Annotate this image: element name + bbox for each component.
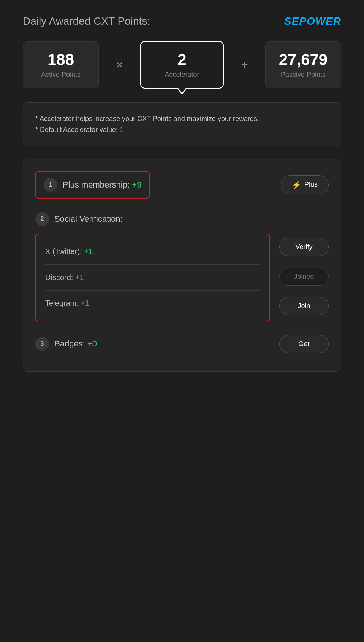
section-badges: 3 Badges: +0 Get bbox=[35, 335, 329, 353]
section1-header: 1 Plus membership: +9 ⚡ Plus bbox=[35, 171, 329, 199]
passive-points-label: Passive Points bbox=[276, 71, 330, 79]
social-layout: X (Twitter): +1 Discord: +1 Telegram: +1 bbox=[35, 232, 329, 321]
verify-button[interactable]: Verify bbox=[279, 238, 329, 256]
section1-title: Plus membership: +9 bbox=[63, 180, 141, 190]
info-line1: * Accelerator helps increase your CXT Po… bbox=[35, 113, 329, 124]
info-line2-prefix: * Default Accelerator value: bbox=[35, 126, 120, 133]
accelerator-card: 2 Accelerator bbox=[140, 41, 224, 89]
info-line2: * Default Accelerator value: 1 bbox=[35, 124, 329, 135]
section1-highlight-row: 1 Plus membership: +9 bbox=[35, 171, 150, 199]
accelerator-value: 2 bbox=[152, 51, 212, 68]
section2-header: 2 Social Verification: bbox=[35, 212, 329, 226]
passive-points-card: 27,679 Passive Points bbox=[265, 41, 341, 88]
passive-points-value: 27,679 bbox=[276, 51, 330, 68]
telegram-label: Telegram: +1 bbox=[45, 299, 89, 308]
joined-button: Joined bbox=[279, 268, 329, 286]
section2-number: 2 bbox=[35, 212, 49, 226]
main-card: 1 Plus membership: +9 ⚡ Plus 2 bbox=[23, 159, 341, 372]
section-social-verification: 2 Social Verification: X (Twitter): +1 bbox=[35, 212, 329, 321]
twitter-label: X (Twitter): +1 bbox=[45, 247, 93, 256]
section1-title-value: +9 bbox=[132, 180, 141, 189]
points-row: 188 Active Points × 2 Accelerator + 27,6… bbox=[23, 41, 341, 89]
telegram-label-prefix: Telegram: bbox=[45, 299, 81, 307]
header: Daily Awarded CXT Points: SEPOWER bbox=[23, 15, 341, 27]
social-discord-row: Discord: +1 bbox=[45, 268, 260, 287]
get-button[interactable]: Get bbox=[279, 335, 329, 353]
twitter-label-value: +1 bbox=[84, 247, 93, 256]
twitter-label-prefix: X (Twitter): bbox=[45, 247, 84, 256]
section3-header: 3 Badges: +0 Get bbox=[35, 335, 329, 353]
active-points-card: 188 Active Points bbox=[23, 41, 99, 88]
section3-left: 3 Badges: +0 bbox=[35, 337, 97, 351]
accelerator-label: Accelerator bbox=[152, 71, 212, 79]
join-button[interactable]: Join bbox=[279, 297, 329, 315]
brand-logo: SEPOWER bbox=[284, 15, 341, 27]
divider1 bbox=[45, 264, 260, 265]
social-box: X (Twitter): +1 Discord: +1 Telegram: +1 bbox=[35, 234, 270, 321]
info-box: * Accelerator helps increase your CXT Po… bbox=[23, 102, 341, 146]
section1-number: 1 bbox=[44, 178, 57, 192]
discord-label-value: +1 bbox=[75, 273, 84, 281]
section3-title: Badges: +0 bbox=[54, 339, 97, 349]
section3-title-value: +0 bbox=[87, 339, 97, 348]
active-points-label: Active Points bbox=[34, 71, 88, 79]
active-points-value: 188 bbox=[34, 51, 88, 68]
section2-title: Social Verification: bbox=[54, 214, 123, 224]
section3-title-prefix: Badges: bbox=[54, 339, 87, 348]
plus-button[interactable]: ⚡ Plus bbox=[281, 175, 329, 194]
discord-label-prefix: Discord: bbox=[45, 273, 75, 281]
lightning-icon: ⚡ bbox=[292, 180, 301, 189]
social-telegram-row: Telegram: +1 bbox=[45, 294, 260, 313]
multiply-operator: × bbox=[116, 58, 123, 72]
section3-number: 3 bbox=[35, 337, 49, 351]
section2-left: 2 Social Verification: bbox=[35, 212, 123, 226]
social-twitter-row: X (Twitter): +1 bbox=[45, 242, 260, 261]
divider2 bbox=[45, 290, 260, 291]
telegram-label-value: +1 bbox=[81, 299, 89, 307]
section1-title-prefix: Plus membership: bbox=[63, 180, 132, 189]
info-line2-value: 1 bbox=[120, 126, 123, 133]
section-plus-membership: 1 Plus membership: +9 ⚡ Plus bbox=[35, 171, 329, 199]
page-container: Daily Awarded CXT Points: SEPOWER 188 Ac… bbox=[23, 15, 341, 372]
discord-label: Discord: +1 bbox=[45, 273, 84, 282]
social-buttons-col: Verify Joined Join bbox=[279, 232, 329, 321]
add-operator: + bbox=[241, 58, 248, 72]
plus-button-label: Plus bbox=[304, 181, 318, 189]
page-title: Daily Awarded CXT Points: bbox=[23, 15, 150, 27]
